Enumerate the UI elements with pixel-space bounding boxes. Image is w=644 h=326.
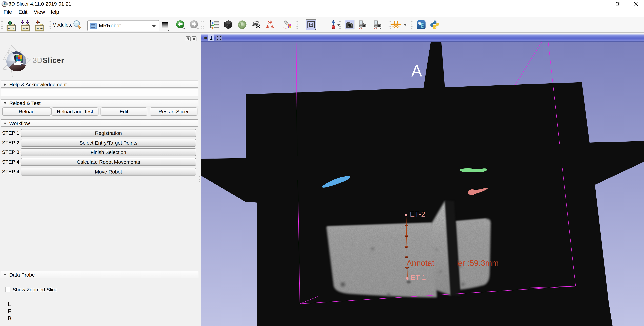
svg-text:A: A <box>411 62 422 80</box>
svg-text:DCM: DCM <box>23 27 28 30</box>
svg-text:ler :59.3mm: ler :59.3mm <box>456 259 499 267</box>
svg-text:ET-1: ET-1 <box>410 273 426 281</box>
svg-text:SAVE: SAVE <box>36 27 43 30</box>
svg-text:ET-2: ET-2 <box>410 210 425 218</box>
svg-text:Annotat: Annotat <box>406 259 434 267</box>
svg-text:DATA: DATA <box>8 27 14 30</box>
